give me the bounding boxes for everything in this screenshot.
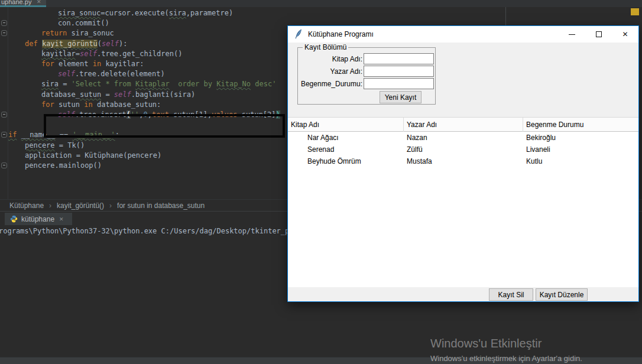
code-line: con.commit() [0,18,287,28]
code-line: sira = 'Select * from Kitaplar order by … [0,79,287,89]
table-cell: Livaneli [523,144,636,155]
table-cell: Nazan [404,132,523,144]
windows-activation-watermark: Windows'u Etkinleştir Windows'u etkinleş… [430,337,582,363]
code-line: for sutun in database_sutun: [0,100,287,110]
form-row: Kitap Adı: [288,53,436,64]
run-tab-label: kütüphane [21,215,54,223]
field-label: Begenme_Durumu: [293,80,362,88]
column-header[interactable]: Begenme Durumu [523,118,636,132]
console-output: rograms\Python\Python37-32\python.exe C:… [0,227,294,235]
python-icon [10,215,18,223]
column-header[interactable]: Kitap Adı [288,118,404,132]
minimize-icon [569,34,575,35]
field-entry[interactable] [364,66,434,77]
column-header[interactable]: Yazar Adı [404,118,523,132]
app-window: Kütüphane Programı ✕ Kayıt Bölümü Kitap … [287,25,639,302]
editor-tab-bar: uphane.py ✕ [0,0,642,7]
edit-record-button[interactable]: Kayıt Düzenle [536,288,588,301]
code-line: for element in kayitlar: [0,59,287,69]
highlight-rectangle [44,114,285,138]
table-cell: Kutlu [523,155,636,167]
warning-stripe-icon [631,8,639,15]
fold-icon[interactable] [1,30,7,36]
code-line: sira_sonuc=cursor.execute(sira,parametre… [0,8,287,18]
footer-bar: Kayıt Sil Kayıt Düzenle [288,287,638,301]
field-label: Kitap Adı: [293,55,362,63]
table-row[interactable]: Nar AğacıNazanBekiroğlu [288,132,638,144]
table-cell: Mustafa [404,155,523,167]
code-line: return sira_sonuc [0,28,287,38]
watermark-title: Windows'u Etkinleştir [430,337,582,350]
table-header-row: Kitap AdıYazar AdıBegenme Durumu [288,118,638,132]
fold-icon[interactable] [1,20,7,26]
maximize-icon [596,31,602,37]
minimize-button[interactable] [559,26,585,43]
watermark-subtitle: Windows'u etkinleştirmek için Ayarlar'a … [430,354,582,363]
breadcrumb-item[interactable]: for sutun in database_sutun [117,202,205,210]
form-row: Yazar Adı: [288,66,436,77]
field-label: Yazar Adı: [293,67,362,76]
form-row: Begenme_Durumu: [288,78,436,89]
field-entry[interactable] [364,53,434,64]
editor-tab-label: uphane.py [1,0,31,5]
table-cell: Serenad [288,144,404,155]
table-cell: Zülfü [404,144,523,155]
close-button[interactable]: ✕ [612,26,638,43]
titlebar[interactable]: Kütüphane Programı ✕ [288,26,638,43]
breadcrumb-item[interactable]: Kütüphane [9,202,44,210]
fold-icon[interactable] [1,162,7,168]
table-cell: Nar Ağacı [288,132,404,144]
field-entry[interactable] [364,78,434,89]
run-tab-close-icon[interactable]: ✕ [59,216,64,222]
table-cell: Beyhude Ömrüm [288,155,404,167]
panel-divider [505,7,506,25]
code-line: pencere.mainloop() [0,161,287,171]
delete-record-button[interactable]: Kayıt Sil [489,288,533,301]
code-line: pencere = Tk() [0,141,287,151]
code-line: def kayit_görüntü(self): [0,39,287,49]
window-title: Kütüphane Programı [308,30,374,38]
new-record-button[interactable]: Yeni Kayıt [380,91,421,103]
window-controls: ✕ [559,26,638,43]
records-table[interactable]: Kitap AdıYazar AdıBegenme Durumu Nar Ağa… [288,117,638,287]
table-body: Nar AğacıNazanBekiroğluSerenadZülfüLivan… [288,132,638,167]
breadcrumb-separator: › [49,202,51,210]
code-line: application = Kütüphane(pencere) [0,151,287,161]
tab-close-icon[interactable]: ✕ [37,0,41,5]
table-cell: Bekiroğlu [523,132,636,144]
run-tab-kutuphane[interactable]: kütüphane ✕ [5,213,72,225]
tk-feather-icon [294,29,302,41]
code-line: kayitlar=self.tree.get_children() [0,49,287,59]
code-line: database_sutun = self.baglanti(sira) [0,90,287,100]
breadcrumb-item[interactable]: kayit_görüntü() [57,202,104,210]
code-line: self.tree.delete(element) [0,69,287,79]
screen: uphane.py ✕ sira_sonuc=cursor.execute(si… [0,0,642,364]
record-section-legend: Kayıt Bölümü [303,43,348,51]
fold-icon[interactable] [1,112,7,118]
breadcrumb-separator: › [109,202,112,210]
table-row[interactable]: SerenadZülfüLivaneli [288,144,638,155]
fold-icon[interactable] [1,132,7,138]
table-row[interactable]: Beyhude ÖmrümMustafaKutlu [288,155,638,167]
editor-tab-kutuphane[interactable]: uphane.py ✕ [0,0,46,7]
close-icon: ✕ [622,31,628,38]
maximize-button[interactable] [585,26,612,43]
